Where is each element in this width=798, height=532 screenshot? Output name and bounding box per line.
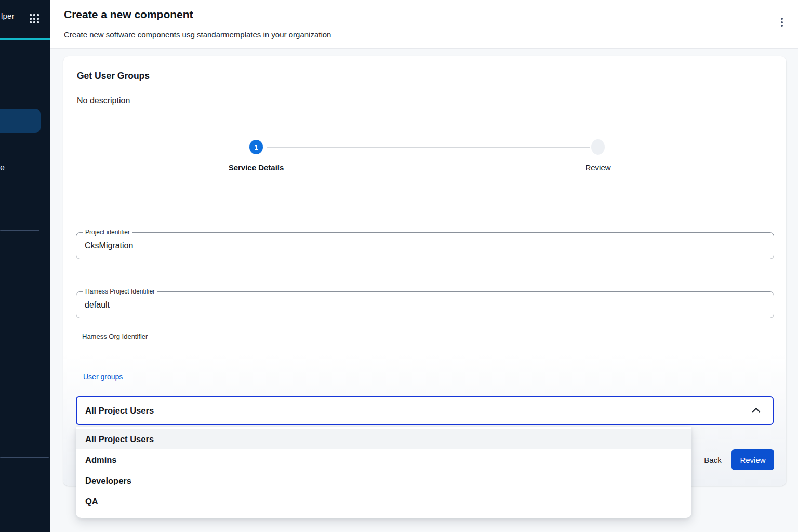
- step-indicator-service-details[interactable]: 1: [249, 140, 263, 154]
- sidebar: lper e: [0, 0, 50, 532]
- step-indicator-review[interactable]: [591, 139, 605, 155]
- user-groups-label: User groups: [83, 373, 123, 381]
- hamess-project-identifier-input[interactable]: [85, 292, 765, 318]
- page-header: Create a new component Create new softwa…: [50, 0, 798, 49]
- kebab-menu-icon[interactable]: [775, 15, 789, 30]
- chevron-up-icon: [752, 408, 761, 416]
- step-connector-line: [267, 147, 590, 148]
- sidebar-divider: [0, 230, 39, 231]
- page-subtitle: Create new software components usg stand…: [64, 30, 331, 39]
- dropdown-option-developers[interactable]: Developers: [76, 470, 691, 491]
- page-title: Create a new component: [64, 8, 193, 21]
- user-groups-selected-value: All Project Users: [85, 397, 154, 424]
- dropdown-option-all-project-users[interactable]: All Project Users: [76, 429, 691, 449]
- sidebar-brand-text: lper: [1, 11, 15, 20]
- hamess-org-identifier-label: Hamess Org Identifier: [82, 332, 148, 340]
- step-label-service-details: Service Details: [204, 163, 308, 172]
- back-button[interactable]: Back: [690, 449, 736, 470]
- sidebar-accent-line: [0, 38, 50, 40]
- sidebar-item-label[interactable]: e: [0, 163, 5, 172]
- dropdown-option-admins[interactable]: Admins: [76, 449, 691, 470]
- wizard-title: Get User Groups: [77, 71, 150, 82]
- review-button[interactable]: Review: [732, 449, 774, 470]
- project-identifier-input[interactable]: [85, 233, 765, 259]
- sidebar-divider: [0, 457, 49, 458]
- wizard-description: No description: [77, 96, 130, 105]
- dropdown-option-qa[interactable]: QA: [76, 491, 691, 512]
- apps-grid-icon[interactable]: [30, 14, 39, 23]
- sidebar-active-item[interactable]: [0, 109, 41, 133]
- main-content: Get User Groups No description 1 Service…: [50, 49, 798, 532]
- step-label-review: Review: [546, 163, 650, 172]
- project-identifier-field: Project identifier: [76, 232, 774, 259]
- user-groups-dropdown: All Project Users Admins Developers QA: [76, 427, 691, 518]
- wizard-card: Get User Groups No description 1 Service…: [63, 56, 786, 486]
- hamess-project-identifier-field: Hamess Project Identifier: [76, 291, 774, 318]
- user-groups-select[interactable]: All Project Users: [76, 396, 774, 425]
